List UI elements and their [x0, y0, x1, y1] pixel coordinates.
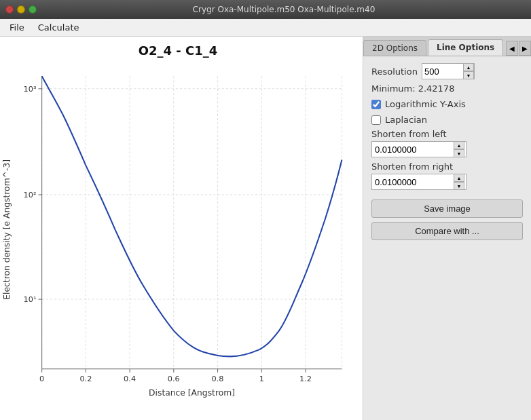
shorten-left-spin[interactable]: ▲ ▼ [371, 141, 466, 157]
tabs: 2D Options Line Options ◀ ▶ [363, 37, 531, 56]
chart-title: O2_4 - C1_4 [0, 43, 356, 58]
shorten-left-down[interactable]: ▼ [454, 149, 464, 157]
x-tick-0: 0 [39, 375, 44, 383]
laplacian-row: Laplacian [371, 115, 523, 125]
chart-container: Electron density [e Angstrom^-3] [0, 60, 356, 406]
shorten-right-input-row: ▲ ▼ [371, 174, 523, 190]
resolution-up[interactable]: ▲ [463, 63, 474, 71]
action-buttons: Save image Compare with ... [371, 199, 523, 240]
shorten-right-spin-buttons: ▲ ▼ [454, 174, 464, 190]
resolution-spin[interactable]: ▲ ▼ [422, 63, 475, 79]
resolution-label: Resolution [371, 66, 418, 77]
shorten-right-spin[interactable]: ▲ ▼ [371, 174, 466, 190]
x-axis-label: Distance [Angstrom] [149, 388, 235, 398]
maximize-button[interactable] [29, 5, 37, 14]
resolution-spin-buttons: ▲ ▼ [463, 63, 474, 79]
compare-with-button[interactable]: Compare with ... [371, 222, 523, 240]
menubar: File Calculate [0, 19, 531, 37]
x-tick-04: 0.4 [124, 375, 136, 383]
minimum-value: 2.42178 [418, 83, 455, 94]
y-tick-1: 10¹ [24, 295, 37, 304]
minimum-label: Minimum: [371, 83, 416, 94]
shorten-left-input-row: ▲ ▼ [371, 141, 523, 157]
y-tick-2: 10² [24, 191, 37, 199]
resolution-row: Resolution ▲ ▼ [371, 63, 523, 79]
shorten-right-input[interactable] [372, 174, 454, 189]
laplacian-label: Laplacian [385, 115, 427, 125]
shorten-right-down[interactable]: ▼ [454, 182, 464, 190]
laplacian-checkbox[interactable] [371, 115, 381, 125]
close-button[interactable] [5, 5, 14, 14]
panel-content: Resolution ▲ ▼ Minimum: 2.42178 Logarith… [363, 56, 531, 247]
titlebar: Crygr Oxa-Multipole.m50 Oxa-Multipole.m4… [0, 0, 531, 19]
shorten-left-spin-buttons: ▲ ▼ [454, 141, 464, 157]
resolution-input[interactable] [422, 64, 463, 79]
right-panel: 2D Options Line Options ◀ ▶ Resolution ▲… [363, 37, 531, 420]
window-buttons [5, 5, 37, 14]
tab-2d-options[interactable]: 2D Options [363, 40, 426, 56]
x-tick-06: 0.6 [168, 375, 180, 383]
minimum-row: Minimum: 2.42178 [371, 83, 523, 94]
main-area: O2_4 - C1_4 Electron density [e Angstrom… [0, 37, 531, 420]
window-title: Crygr Oxa-Multipole.m50 Oxa-Multipole.m4… [42, 5, 526, 14]
tab-nav-left[interactable]: ◀ [506, 41, 518, 56]
shorten-left-input[interactable] [372, 142, 454, 157]
shorten-right-label: Shorten from right [371, 161, 523, 172]
shorten-right-field: Shorten from right ▲ ▼ [371, 161, 523, 190]
y-tick-3: 10³ [24, 85, 37, 94]
x-tick-1: 1 [259, 375, 264, 383]
x-tick-12: 1.2 [299, 375, 312, 383]
tab-line-options[interactable]: Line Options [428, 39, 503, 56]
save-image-button[interactable]: Save image [371, 199, 523, 218]
shorten-left-up[interactable]: ▲ [454, 141, 464, 149]
resolution-down[interactable]: ▼ [463, 71, 474, 79]
y-axis-label: Electron density [e Angstrom^-3] [2, 159, 12, 300]
x-tick-02: 0.2 [79, 375, 92, 383]
chart-svg: Electron density [e Angstrom^-3] [0, 60, 356, 406]
tab-nav-right[interactable]: ▶ [519, 41, 531, 56]
menu-file[interactable]: File [3, 21, 31, 34]
shorten-left-label: Shorten from left [371, 129, 523, 139]
shorten-left-field: Shorten from left ▲ ▼ [371, 129, 523, 157]
log-y-axis-row: Logarithmic Y-Axis [371, 99, 523, 109]
shorten-right-up[interactable]: ▲ [454, 174, 464, 182]
menu-calculate[interactable]: Calculate [31, 21, 86, 34]
chart-area: O2_4 - C1_4 Electron density [e Angstrom… [0, 37, 363, 420]
log-y-axis-label: Logarithmic Y-Axis [385, 99, 466, 109]
minimize-button[interactable] [17, 5, 25, 14]
electron-density-curve [42, 76, 342, 356]
x-tick-08: 0.8 [212, 375, 224, 383]
log-y-axis-checkbox[interactable] [371, 100, 381, 109]
